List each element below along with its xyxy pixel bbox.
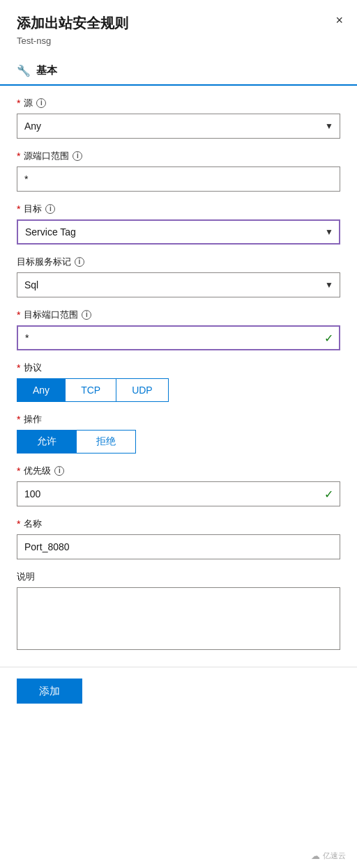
wrench-icon: 🔧 xyxy=(17,64,31,77)
form-body: * 源 i Any IP Addresses Service Tag Appli… xyxy=(0,97,357,653)
protocol-udp-button[interactable]: UDP xyxy=(116,378,169,402)
panel-footer: 添加 xyxy=(0,667,357,718)
protocol-btn-group: Any TCP UDP xyxy=(17,378,340,402)
panel-title: 添加出站安全规则 xyxy=(17,14,340,33)
protocol-field: * 协议 Any TCP UDP xyxy=(17,362,340,402)
source-select[interactable]: Any IP Addresses Service Tag Application… xyxy=(17,114,340,139)
panel: 添加出站安全规则 Test-nsg × 🔧 基本 * 源 i Any IP Ad… xyxy=(0,0,357,868)
desc-field: 说明 xyxy=(17,571,340,653)
source-port-input[interactable] xyxy=(17,166,340,192)
source-port-label: * 源端口范围 i xyxy=(17,150,340,162)
dest-port-input-wrapper: ✓ xyxy=(17,325,340,350)
desc-textarea[interactable] xyxy=(17,587,340,650)
panel-subtitle: Test-nsg xyxy=(17,36,340,46)
source-field: * 源 i Any IP Addresses Service Tag Appli… xyxy=(17,97,340,139)
source-port-info-icon: i xyxy=(73,151,82,161)
dest-service-tag-field: 目标服务标记 i Sql ActionGroup ApiManagement A… xyxy=(17,256,340,297)
priority-input[interactable] xyxy=(17,481,340,506)
priority-field: * 优先级 i ✓ xyxy=(17,465,340,506)
section-header: 🔧 基本 xyxy=(0,57,357,86)
destination-select[interactable]: Any IP Addresses Service Tag Application… xyxy=(17,219,340,245)
protocol-tcp-button[interactable]: TCP xyxy=(65,378,116,402)
action-allow-button[interactable]: 允许 xyxy=(17,430,76,454)
required-star-6: * xyxy=(17,414,20,425)
action-btn-group: 允许 拒绝 xyxy=(17,430,340,454)
priority-input-wrapper: ✓ xyxy=(17,481,340,506)
dest-port-field: * 目标端口范围 i ✓ xyxy=(17,309,340,350)
action-label: * 操作 xyxy=(17,413,340,426)
dest-port-info-icon: i xyxy=(82,310,91,320)
dest-port-label: * 目标端口范围 i xyxy=(17,309,340,321)
required-star-4: * xyxy=(17,309,20,320)
close-button[interactable]: × xyxy=(335,14,343,26)
source-info-icon: i xyxy=(36,98,46,108)
required-star-7: * xyxy=(17,465,20,476)
dest-port-input[interactable] xyxy=(17,325,340,350)
destination-field: * 目标 i Any IP Addresses Service Tag Appl… xyxy=(17,203,340,245)
name-field: * 名称 xyxy=(17,518,340,559)
name-label: * 名称 xyxy=(17,518,340,530)
section-title: 基本 xyxy=(36,64,57,77)
dest-port-check-icon: ✓ xyxy=(324,332,333,345)
required-star-3: * xyxy=(17,203,20,215)
action-field: * 操作 允许 拒绝 xyxy=(17,413,340,454)
dest-service-tag-info-icon: i xyxy=(75,257,84,267)
protocol-any-button[interactable]: Any xyxy=(17,378,65,402)
source-label: * 源 i xyxy=(17,97,340,109)
source-select-wrapper: Any IP Addresses Service Tag Application… xyxy=(17,114,340,139)
desc-label: 说明 xyxy=(17,571,340,583)
dest-service-tag-select-wrapper: Sql ActionGroup ApiManagement AppService… xyxy=(17,272,340,297)
protocol-label: * 协议 xyxy=(17,362,340,374)
source-port-field: * 源端口范围 i xyxy=(17,150,340,192)
priority-info-icon: i xyxy=(54,466,64,476)
destination-select-wrapper: Any IP Addresses Service Tag Application… xyxy=(17,219,340,245)
destination-info-icon: i xyxy=(45,204,55,214)
dest-service-tag-label: 目标服务标记 i xyxy=(17,256,340,268)
required-star-8: * xyxy=(17,518,20,529)
priority-check-icon: ✓ xyxy=(324,488,333,501)
action-deny-button[interactable]: 拒绝 xyxy=(76,430,136,454)
name-input[interactable] xyxy=(17,534,340,559)
panel-header: 添加出站安全规则 Test-nsg × xyxy=(0,0,357,57)
priority-label: * 优先级 i xyxy=(17,465,340,477)
watermark-icon: ☁ xyxy=(311,851,320,861)
required-star-5: * xyxy=(17,362,20,373)
required-star: * xyxy=(17,98,20,109)
destination-label: * 目标 i xyxy=(17,203,340,215)
add-button[interactable]: 添加 xyxy=(17,679,82,704)
dest-service-tag-select[interactable]: Sql ActionGroup ApiManagement AppService… xyxy=(17,272,340,297)
required-star-2: * xyxy=(17,150,20,162)
watermark: ☁ 亿速云 xyxy=(311,851,346,861)
